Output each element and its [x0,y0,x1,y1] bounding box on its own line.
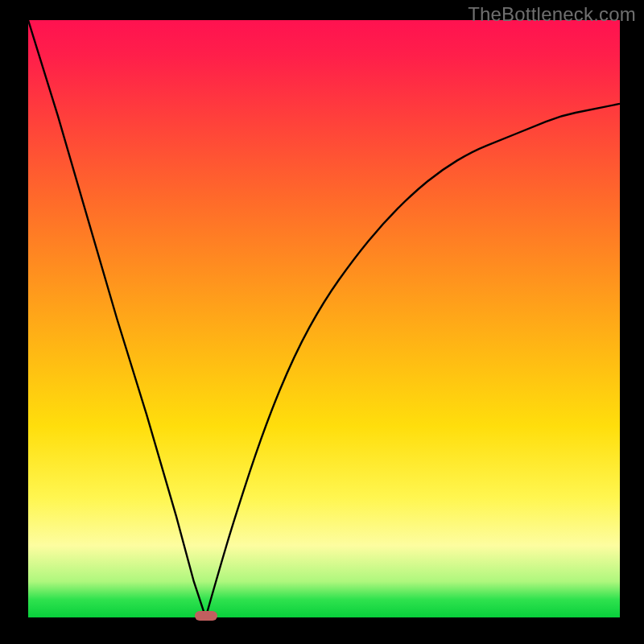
minimum-marker [195,611,217,621]
watermark-text: TheBottleneck.com [468,3,636,26]
curve-path [28,20,620,617]
bottleneck-curve [28,20,620,617]
chart-frame: TheBottleneck.com [0,0,644,644]
plot-area [28,20,620,617]
